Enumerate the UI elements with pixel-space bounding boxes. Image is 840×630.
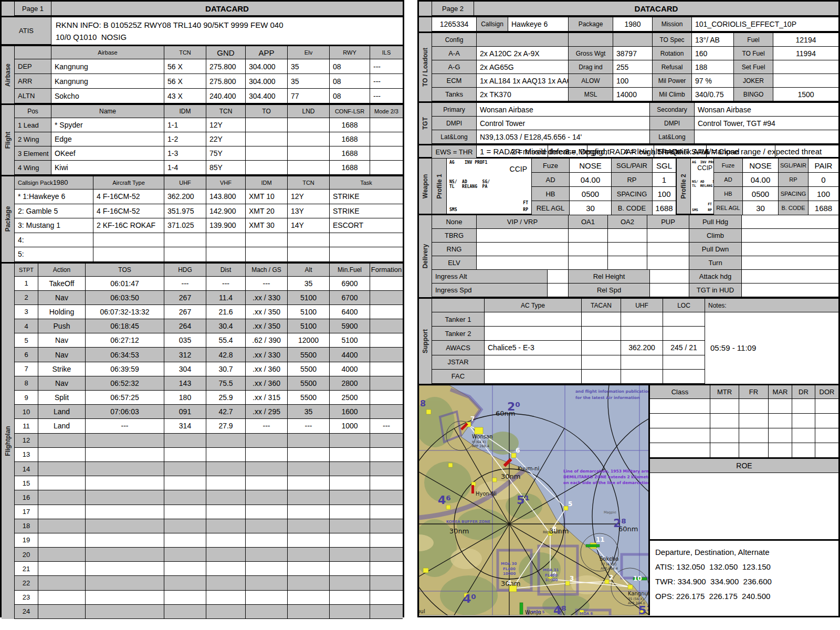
flightplan-row: 17 (15, 505, 403, 519)
sms-display-profile2: AG INV PROF2 CCIP NS/ AD SG/ TL RELANG P… (691, 159, 714, 214)
tos: 06:18:45 (86, 319, 164, 333)
empty-cell (164, 591, 206, 605)
support-uhf (621, 355, 663, 370)
empty-cell (288, 591, 330, 605)
support-loc (663, 312, 705, 327)
value-cell (477, 256, 569, 270)
flight-pos: 2 Wing (15, 132, 51, 146)
empty-cell (86, 519, 164, 533)
perf-value: 14000 (613, 88, 653, 101)
page-title: DATACARD (51, 2, 403, 16)
lnd (288, 146, 330, 161)
idm: 1-2 (164, 132, 206, 146)
tgt-section: TGT PrimaryWonsan AirbaseSecondaryWonsan… (419, 103, 838, 145)
col-tcn: TCN (288, 176, 330, 190)
alt: 35 (288, 405, 330, 419)
vhf (206, 233, 246, 248)
dist: 21.6 (206, 305, 246, 319)
empty-cell (330, 548, 370, 562)
idm: XMT 20 (246, 204, 288, 219)
sms-header: AG INV PROF2 (692, 160, 714, 164)
weapon-param-label: RP (779, 173, 808, 187)
airbase-tcn: 43 X (164, 89, 206, 103)
formation (370, 348, 403, 362)
flightplan-row: 4Push06:18:4526430.4.xx / 35051005900 (15, 319, 403, 333)
empty-cell (246, 519, 288, 533)
tgt-section-label: TGT (422, 117, 429, 130)
tgt-row: Lat&LongN39,13.053 / E128,45.656 - 14'La… (432, 130, 838, 144)
empty-cell (330, 448, 370, 462)
min-fuel: 1600 (330, 405, 370, 419)
svg-text:6: 6 (516, 447, 520, 454)
alt: 35 (288, 277, 330, 291)
tgt-row: DMPIControl TowerDMPIControl Tower, TGT … (432, 117, 838, 130)
min-fuel: 2800 (330, 376, 370, 391)
stpt-number: 8 (15, 376, 38, 391)
empty-cell (370, 562, 403, 576)
class-cell (650, 414, 710, 428)
col-formation: Formation (370, 264, 403, 277)
aircraft-type: 4 F-16CM-52 (93, 204, 164, 219)
empty-cell (370, 533, 403, 548)
fuel-label: Fuel (734, 33, 773, 47)
roe-notes-area[interactable] (650, 473, 838, 539)
empty-cell (164, 476, 206, 490)
pup-cell (647, 243, 689, 256)
support-loc (663, 327, 705, 341)
tospec-label: TO Spec (653, 33, 692, 47)
alt: 5100 (288, 319, 330, 333)
class-cell (710, 428, 739, 443)
stpt-number: 21 (15, 562, 38, 576)
hdg: 312 (164, 348, 206, 362)
oa2-cell (608, 256, 647, 270)
empty-cell (288, 505, 330, 519)
task: STRIKE (330, 190, 403, 204)
airbase-app: 304.400 (246, 89, 288, 103)
airbase-row: DEP Kangnung 56 X 275.800 304.000 35 08 … (15, 59, 403, 74)
uhf (164, 247, 206, 262)
airbase-tcn: 56 X (164, 59, 206, 74)
support-loc (663, 355, 705, 370)
weapon-param-label: B. CODE (612, 201, 653, 215)
weapon-param-row: FuzeNOSESGL/PAIRSGL (532, 159, 676, 173)
weapon-param-value: 04.00 (743, 173, 779, 187)
dist: 25.9 (206, 391, 246, 405)
perf-value: 255 (613, 60, 653, 74)
empty-cell (288, 519, 330, 533)
airbase-rwy: 08 (330, 74, 370, 89)
empty-cell (330, 519, 370, 533)
dmz-annotation: Line of demarcation, 1953 Military armis… (563, 469, 650, 485)
value-cell (742, 229, 838, 243)
mode23 (370, 118, 403, 132)
formation (370, 362, 403, 376)
dist: 55.4 (206, 333, 246, 348)
min-fuel: 2500 (330, 391, 370, 405)
mach-gs: --- (246, 277, 288, 291)
weapon-param-value: 100 (653, 187, 676, 201)
alt: 5100 (288, 305, 330, 319)
airbase-rwy: 08 (330, 89, 370, 103)
action: Nav (38, 376, 86, 391)
tos: 07:06:03 (86, 405, 164, 419)
airbase-tcn: 56 X (164, 74, 206, 89)
svg-text:MOA 30: MOA 30 (501, 562, 517, 566)
aircraft-type (93, 233, 164, 248)
idm (246, 247, 288, 262)
col-loc: LOC (663, 299, 705, 312)
sms-line: TL RELANG PA (449, 184, 487, 189)
empty-cell (164, 548, 206, 562)
empty-cell (38, 505, 86, 519)
flight-row: 1 Lead* Spyder1-112Y1688 (15, 118, 403, 132)
tcn: 75Y (206, 146, 246, 161)
col-stpt: STPT (15, 264, 38, 277)
package-row: 5: (15, 247, 403, 262)
power-value: 340/0.75 (692, 88, 734, 101)
atis-line2: 10/0 Q1010 NOSIG (56, 31, 398, 43)
action: Land (38, 405, 86, 419)
frequency-block: Departure, Destination, Alternate ATIS: … (650, 539, 838, 615)
airbase-rwy: 08 (330, 59, 370, 74)
empty-cell (86, 476, 164, 490)
flightplan-row: 1TakeOff06:01:47---------356900 (15, 277, 403, 291)
weapon-param-row: HB0500SPACING100 (714, 187, 838, 201)
tactical-map[interactable]: 2⁰ 4⁶ 5¹ 2⁸ 4⁰ 4⁸ 5¹ 8 60nm 30nm 30nm 30… (419, 385, 650, 615)
